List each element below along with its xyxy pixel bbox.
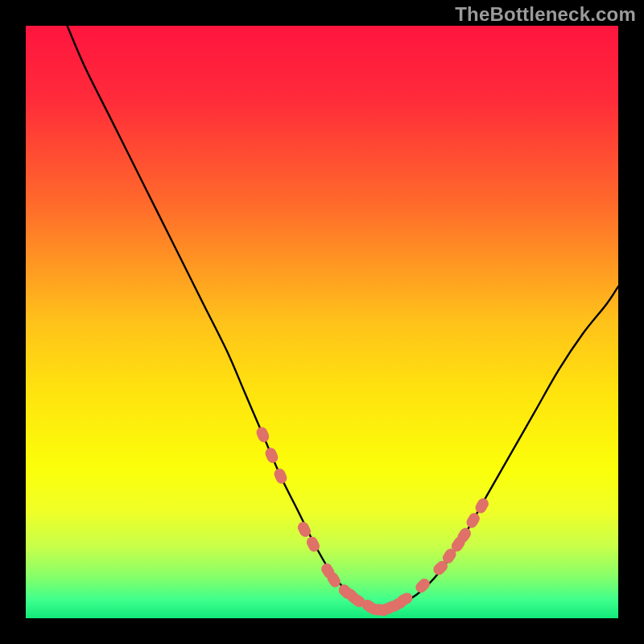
gradient-background (26, 26, 618, 618)
bottleneck-chart (26, 26, 618, 618)
plot-area (26, 26, 618, 618)
watermark-text: TheBottleneck.com (455, 3, 636, 26)
chart-frame: TheBottleneck.com (0, 0, 644, 644)
